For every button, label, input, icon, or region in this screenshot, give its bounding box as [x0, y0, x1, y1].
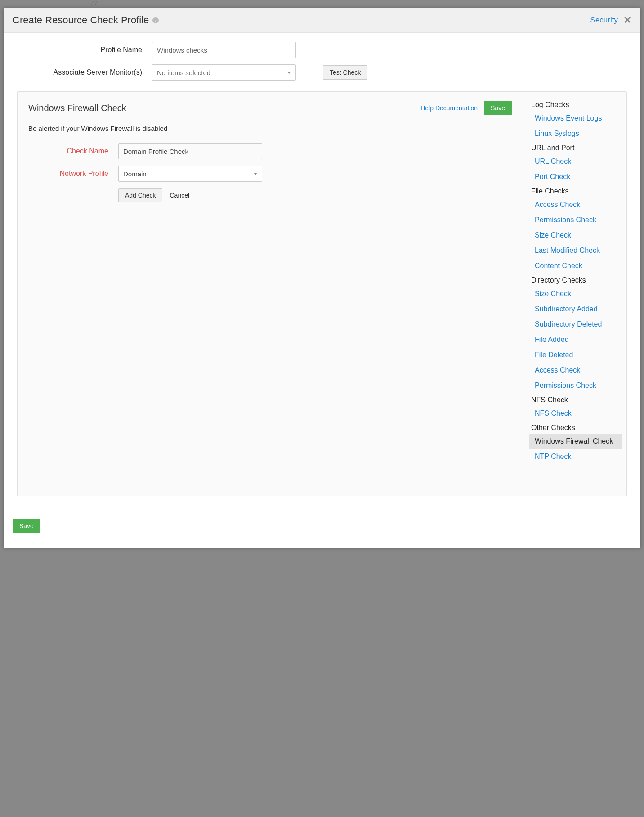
category-item[interactable]: Access Check	[529, 197, 622, 212]
category-item[interactable]: Windows Event Logs	[529, 111, 622, 126]
category-label: File Checks	[529, 184, 622, 197]
category-item[interactable]: NFS Check	[529, 406, 622, 421]
check-title: Windows Firewall Check	[28, 103, 126, 113]
network-profile-select[interactable]: Domain	[118, 166, 262, 182]
category-item[interactable]: NTP Check	[529, 449, 622, 464]
category-item[interactable]: Port Check	[529, 169, 622, 184]
profile-name-label: Profile Name	[17, 46, 152, 54]
category-item[interactable]: Permissions Check	[529, 212, 622, 228]
category-item[interactable]: Permissions Check	[529, 378, 622, 393]
category-item[interactable]: File Deleted	[529, 347, 622, 363]
associate-monitors-label: Associate Server Monitor(s)	[17, 68, 152, 76]
check-description: Be alerted if your Windows Firewall is d…	[28, 125, 512, 132]
dialog-title-text: Create Resource Check Profile	[13, 14, 149, 26]
save-button[interactable]: Save	[13, 519, 40, 533]
associate-monitors-select[interactable]: No items selected	[152, 64, 296, 81]
dialog-header: Create Resource Check Profile i Security…	[4, 8, 640, 33]
category-item[interactable]: Size Check	[529, 228, 622, 243]
category-item[interactable]: Last Modified Check	[529, 243, 622, 258]
category-item[interactable]: Access Check	[529, 363, 622, 378]
category-item[interactable]: Content Check	[529, 258, 622, 274]
category-item[interactable]: Subdirectory Added	[529, 301, 622, 317]
profile-name-input[interactable]	[152, 42, 296, 58]
category-item[interactable]: Size Check	[529, 286, 622, 301]
chevron-down-icon	[254, 173, 257, 175]
category-label: URL and Port	[529, 141, 622, 154]
check-name-value: Domain Profile Check	[123, 148, 189, 155]
check-name-input[interactable]: Domain Profile Check	[118, 143, 262, 159]
category-label: Directory Checks	[529, 274, 622, 286]
category-item[interactable]: Windows Firewall Check	[529, 434, 622, 449]
category-item[interactable]: Linux Syslogs	[529, 126, 622, 141]
check-category-sidebar: Log ChecksWindows Event LogsLinux Syslog…	[523, 92, 626, 496]
category-item[interactable]: Subdirectory Deleted	[529, 317, 622, 332]
save-check-button[interactable]: Save	[484, 101, 512, 115]
network-profile-label: Network Profile	[28, 170, 118, 178]
chevron-down-icon	[287, 72, 291, 74]
check-name-label: Check Name	[28, 147, 118, 155]
category-label: Log Checks	[529, 98, 622, 111]
category-item[interactable]: URL Check	[529, 154, 622, 169]
associate-monitors-value: No items selected	[157, 69, 210, 76]
test-check-button[interactable]: Test Check	[323, 65, 367, 80]
category-item[interactable]: File Added	[529, 332, 622, 347]
close-icon[interactable]: ✕	[623, 15, 631, 25]
category-label: NFS Check	[529, 393, 622, 406]
cancel-button[interactable]: Cancel	[167, 188, 192, 202]
category-label: Other Checks	[529, 421, 622, 434]
add-check-button[interactable]: Add Check	[118, 188, 162, 202]
help-documentation-link[interactable]: Help Documentation	[418, 101, 480, 115]
info-icon[interactable]: i	[152, 17, 159, 23]
tab-close-icon[interactable]: ✕	[91, 1, 98, 8]
security-link[interactable]: Security	[590, 16, 618, 25]
network-profile-value: Domain	[123, 170, 147, 178]
dialog-title: Create Resource Check Profile i	[13, 14, 159, 26]
